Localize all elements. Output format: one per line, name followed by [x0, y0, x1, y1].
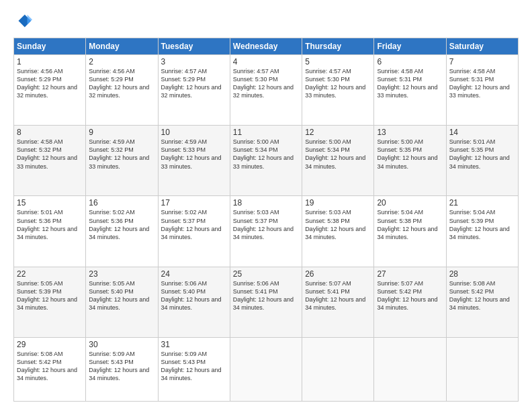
day-data: Sunrise: 5:07 AMSunset: 5:41 PMDaylight:…: [305, 279, 371, 312]
calendar-cell: 23 Sunrise: 5:05 AMSunset: 5:40 PMDaylig…: [86, 267, 158, 337]
day-data: Sunrise: 4:57 AMSunset: 5:30 PMDaylight:…: [233, 67, 299, 100]
day-data: Sunrise: 4:58 AMSunset: 5:31 PMDaylight:…: [377, 67, 443, 100]
calendar-cell: 11 Sunrise: 5:00 AMSunset: 5:34 PMDaylig…: [230, 126, 302, 196]
day-number: 22: [17, 269, 83, 279]
day-number: 16: [89, 198, 154, 208]
day-number: 25: [233, 269, 299, 279]
day-data: Sunrise: 5:06 AMSunset: 5:40 PMDaylight:…: [161, 279, 227, 312]
calendar-cell: 4 Sunrise: 4:57 AMSunset: 5:30 PMDayligh…: [230, 55, 302, 126]
day-data: Sunrise: 5:02 AMSunset: 5:36 PMDaylight:…: [89, 208, 154, 241]
day-number: 10: [161, 128, 227, 137]
day-number: 19: [305, 198, 371, 208]
day-number: 1: [17, 57, 83, 66]
day-header-sunday: Sunday: [14, 38, 86, 55]
day-header-wednesday: Wednesday: [230, 38, 302, 55]
calendar-cell: 8 Sunrise: 4:58 AMSunset: 5:32 PMDayligh…: [14, 126, 86, 196]
day-number: 11: [233, 128, 299, 137]
day-number: 6: [377, 57, 443, 66]
day-number: 5: [305, 57, 371, 66]
day-data: Sunrise: 5:01 AMSunset: 5:35 PMDaylight:…: [449, 138, 515, 171]
week-row-2: 8 Sunrise: 4:58 AMSunset: 5:32 PMDayligh…: [14, 126, 519, 196]
day-data: Sunrise: 5:02 AMSunset: 5:37 PMDaylight:…: [161, 208, 227, 241]
day-number: 13: [377, 128, 443, 137]
day-number: 29: [17, 340, 83, 349]
calendar-table: SundayMondayTuesdayWednesdayThursdayFrid…: [13, 38, 519, 402]
calendar-cell: 25 Sunrise: 5:06 AMSunset: 5:41 PMDaylig…: [230, 267, 302, 337]
calendar-cell: 7 Sunrise: 4:58 AMSunset: 5:31 PMDayligh…: [446, 55, 518, 126]
day-number: 20: [377, 198, 443, 208]
day-header-friday: Friday: [374, 38, 446, 55]
day-number: 7: [449, 57, 515, 66]
calendar-cell: 15 Sunrise: 5:01 AMSunset: 5:36 PMDaylig…: [14, 196, 86, 267]
week-row-5: 29 Sunrise: 5:08 AMSunset: 5:42 PMDaylig…: [14, 337, 519, 401]
day-data: Sunrise: 5:03 AMSunset: 5:37 PMDaylight:…: [233, 208, 299, 241]
day-number: 14: [449, 128, 515, 137]
day-data: Sunrise: 5:07 AMSunset: 5:42 PMDaylight:…: [377, 279, 443, 312]
calendar-cell: [302, 337, 374, 401]
day-number: 2: [89, 57, 154, 66]
week-row-4: 22 Sunrise: 5:05 AMSunset: 5:39 PMDaylig…: [14, 267, 519, 337]
day-data: Sunrise: 4:57 AMSunset: 5:29 PMDaylight:…: [161, 67, 227, 100]
calendar-cell: 18 Sunrise: 5:03 AMSunset: 5:37 PMDaylig…: [230, 196, 302, 267]
header-row: SundayMondayTuesdayWednesdayThursdayFrid…: [14, 38, 519, 55]
day-header-monday: Monday: [86, 38, 158, 55]
day-number: 12: [305, 128, 371, 137]
calendar-page: SundayMondayTuesdayWednesdayThursdayFrid…: [0, 0, 532, 411]
day-number: 3: [161, 57, 227, 66]
day-number: 4: [233, 57, 299, 66]
calendar-cell: 13 Sunrise: 5:00 AMSunset: 5:35 PMDaylig…: [374, 126, 446, 196]
day-number: 18: [233, 198, 299, 208]
day-data: Sunrise: 4:58 AMSunset: 5:32 PMDaylight:…: [17, 138, 83, 171]
calendar-cell: 2 Sunrise: 4:56 AMSunset: 5:29 PMDayligh…: [86, 55, 158, 126]
day-number: 8: [17, 128, 83, 137]
day-number: 27: [377, 269, 443, 279]
day-data: Sunrise: 4:59 AMSunset: 5:33 PMDaylight:…: [161, 138, 227, 171]
header: [13, 12, 519, 31]
day-data: Sunrise: 4:56 AMSunset: 5:29 PMDaylight:…: [17, 67, 83, 100]
day-header-thursday: Thursday: [302, 38, 374, 55]
week-row-1: 1 Sunrise: 4:56 AMSunset: 5:29 PMDayligh…: [14, 55, 519, 126]
day-data: Sunrise: 5:04 AMSunset: 5:39 PMDaylight:…: [449, 208, 515, 241]
day-number: 28: [449, 269, 515, 279]
calendar-cell: 28 Sunrise: 5:08 AMSunset: 5:42 PMDaylig…: [446, 267, 518, 337]
day-data: Sunrise: 5:06 AMSunset: 5:41 PMDaylight:…: [233, 279, 299, 312]
calendar-cell: 31 Sunrise: 5:09 AMSunset: 5:43 PMDaylig…: [158, 337, 230, 401]
calendar-cell: [230, 337, 302, 401]
day-data: Sunrise: 4:57 AMSunset: 5:30 PMDaylight:…: [305, 67, 371, 100]
calendar-cell: [446, 337, 518, 401]
day-data: Sunrise: 5:03 AMSunset: 5:38 PMDaylight:…: [305, 208, 371, 241]
calendar-cell: 10 Sunrise: 4:59 AMSunset: 5:33 PMDaylig…: [158, 126, 230, 196]
logo-icon: [13, 12, 32, 31]
day-data: Sunrise: 5:08 AMSunset: 5:42 PMDaylight:…: [17, 350, 83, 383]
calendar-cell: 14 Sunrise: 5:01 AMSunset: 5:35 PMDaylig…: [446, 126, 518, 196]
day-data: Sunrise: 5:00 AMSunset: 5:34 PMDaylight:…: [233, 138, 299, 171]
calendar-cell: 5 Sunrise: 4:57 AMSunset: 5:30 PMDayligh…: [302, 55, 374, 126]
week-row-3: 15 Sunrise: 5:01 AMSunset: 5:36 PMDaylig…: [14, 196, 519, 267]
day-data: Sunrise: 5:09 AMSunset: 5:43 PMDaylight:…: [89, 350, 154, 383]
calendar-cell: 24 Sunrise: 5:06 AMSunset: 5:40 PMDaylig…: [158, 267, 230, 337]
day-number: 30: [89, 340, 154, 349]
calendar-cell: 6 Sunrise: 4:58 AMSunset: 5:31 PMDayligh…: [374, 55, 446, 126]
calendar-cell: 27 Sunrise: 5:07 AMSunset: 5:42 PMDaylig…: [374, 267, 446, 337]
day-data: Sunrise: 5:08 AMSunset: 5:42 PMDaylight:…: [449, 279, 515, 312]
day-data: Sunrise: 4:59 AMSunset: 5:32 PMDaylight:…: [89, 138, 154, 171]
day-header-tuesday: Tuesday: [158, 38, 230, 55]
calendar-cell: 1 Sunrise: 4:56 AMSunset: 5:29 PMDayligh…: [14, 55, 86, 126]
day-data: Sunrise: 5:04 AMSunset: 5:38 PMDaylight:…: [377, 208, 443, 241]
day-number: 24: [161, 269, 227, 279]
day-number: 31: [161, 340, 227, 349]
calendar-cell: [374, 337, 446, 401]
day-header-saturday: Saturday: [446, 38, 518, 55]
day-number: 9: [89, 128, 154, 137]
day-data: Sunrise: 5:00 AMSunset: 5:34 PMDaylight:…: [305, 138, 371, 171]
day-number: 26: [305, 269, 371, 279]
day-number: 23: [89, 269, 154, 279]
day-data: Sunrise: 5:01 AMSunset: 5:36 PMDaylight:…: [17, 208, 83, 241]
day-number: 17: [161, 198, 227, 208]
logo: [13, 12, 35, 31]
day-data: Sunrise: 5:05 AMSunset: 5:39 PMDaylight:…: [17, 279, 83, 312]
day-data: Sunrise: 5:05 AMSunset: 5:40 PMDaylight:…: [89, 279, 154, 312]
calendar-cell: 3 Sunrise: 4:57 AMSunset: 5:29 PMDayligh…: [158, 55, 230, 126]
calendar-cell: 21 Sunrise: 5:04 AMSunset: 5:39 PMDaylig…: [446, 196, 518, 267]
day-data: Sunrise: 5:00 AMSunset: 5:35 PMDaylight:…: [377, 138, 443, 171]
